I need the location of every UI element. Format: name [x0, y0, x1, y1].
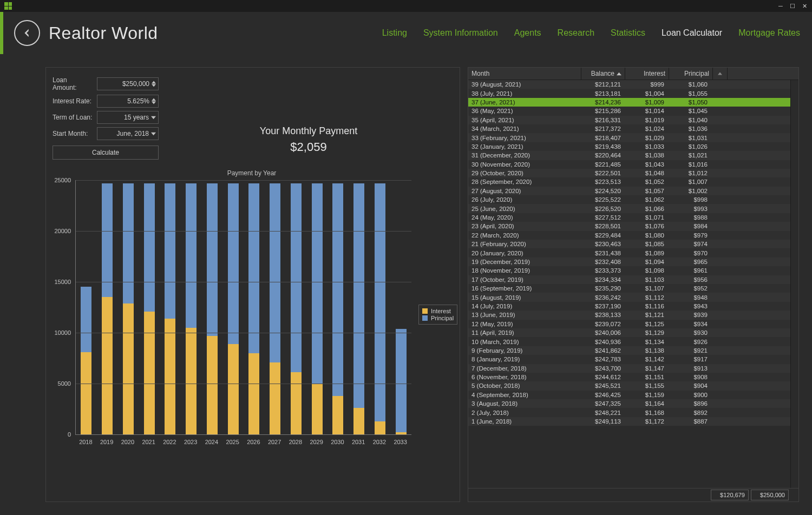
footer-interest-total: $120,679: [711, 490, 749, 500]
accent-bar: [0, 12, 3, 54]
table-row[interactable]: 38 (July, 2021)$213,181$1,004$1,055: [468, 89, 798, 97]
close-button[interactable]: ✕: [799, 2, 810, 10]
table-row[interactable]: 35 (April, 2021)$216,331$1,019$1,040: [468, 116, 798, 124]
cell-month: 3 (August, 2018): [468, 400, 581, 407]
table-row[interactable]: 14 (July, 2019)$237,190$1,116$943: [468, 302, 798, 311]
cell-balance: $242,783: [581, 356, 624, 362]
table-row[interactable]: 25 (June, 2020)$226,520$1,066$993: [468, 204, 798, 213]
th-month[interactable]: Month: [468, 68, 581, 80]
cell-principal: $1,007: [667, 179, 711, 185]
cell-principal: $965: [667, 259, 711, 265]
maximize-button[interactable]: ☐: [787, 2, 798, 10]
th-scroll[interactable]: [712, 68, 728, 80]
table-row[interactable]: 24 (May, 2020)$227,512$1,071$988: [468, 213, 798, 222]
tab-mortgage-rates[interactable]: Mortgage Rates: [738, 28, 800, 38]
table-row[interactable]: 4 (September, 2018)$246,425$1,159$900: [468, 391, 798, 399]
th-principal[interactable]: Principal: [669, 68, 712, 80]
table-row[interactable]: 6 (November, 2018)$244,612$1,151$908: [468, 373, 798, 381]
table-row[interactable]: 2 (July, 2018)$248,221$1,168$892: [468, 408, 798, 417]
table-row[interactable]: 1 (June, 2018)$249,113$1,172$887: [468, 417, 798, 426]
cell-interest: $1,155: [624, 382, 667, 389]
tab-agents[interactable]: Agents: [514, 28, 541, 38]
cell-principal: $939: [667, 312, 711, 318]
tab-statistics[interactable]: Statistics: [611, 28, 645, 38]
table-footer: $120,679 $250,000: [468, 488, 798, 501]
cell-balance: $218,407: [581, 135, 624, 141]
th-interest[interactable]: Interest: [625, 68, 669, 80]
bar-2026: [244, 180, 265, 434]
table-row[interactable]: 37 (June, 2021)$214,236$1,009$1,050: [468, 98, 798, 107]
table-row[interactable]: 22 (March, 2020)$229,484$1,080$979: [468, 231, 798, 240]
tab-loan-calculator[interactable]: Loan Calculator: [662, 28, 722, 38]
spinner-icon[interactable]: [152, 98, 156, 104]
cell-interest: $1,098: [624, 267, 667, 274]
table-body[interactable]: 39 (August, 2021)$212,121$999$1,06038 (J…: [468, 80, 798, 488]
cell-month: 31 (December, 2020): [468, 152, 581, 159]
table-row[interactable]: 31 (December, 2020)$220,464$1,038$1,021: [468, 151, 798, 160]
table-row[interactable]: 23 (April, 2020)$228,501$1,076$984: [468, 222, 798, 230]
table-row[interactable]: 34 (March, 2021)$217,372$1,024$1,036: [468, 124, 798, 133]
table-row[interactable]: 9 (February, 2019)$241,862$1,138$921: [468, 346, 798, 355]
table-row[interactable]: 16 (September, 2019)$235,290$1,107$952: [468, 284, 798, 293]
start-month-dropdown[interactable]: June, 2018: [97, 127, 159, 140]
table-row[interactable]: 3 (August, 2018)$247,325$1,164$896: [468, 399, 798, 408]
table-row[interactable]: 33 (February, 2021)$218,407$1,029$1,031: [468, 133, 798, 142]
cell-balance: $227,512: [581, 214, 624, 221]
cell-interest: $1,134: [624, 339, 667, 345]
table-row[interactable]: 21 (February, 2020)$230,463$1,085$974: [468, 240, 798, 248]
cell-month: 36 (May, 2021): [468, 108, 581, 114]
tab-system-information[interactable]: System Information: [423, 28, 498, 38]
cell-balance: $221,485: [581, 161, 624, 168]
cell-month: 26 (July, 2020): [468, 196, 581, 203]
table-row[interactable]: 17 (October, 2019)$234,334$1,103$956: [468, 275, 798, 284]
table-row[interactable]: 30 (November, 2020)$221,485$1,043$1,016: [468, 160, 798, 169]
loan-amount-input[interactable]: $250,000: [97, 77, 159, 90]
calculate-button[interactable]: Calculate: [53, 146, 159, 160]
cell-principal: $948: [667, 294, 711, 301]
cell-balance: $225,522: [581, 196, 624, 203]
cell-principal: $1,012: [667, 170, 711, 176]
tab-research[interactable]: Research: [558, 28, 594, 38]
table-row[interactable]: 18 (November, 2019)$233,373$1,098$961: [468, 266, 798, 275]
cell-interest: $1,085: [624, 241, 667, 247]
table-row[interactable]: 32 (January, 2021)$219,438$1,033$1,026: [468, 142, 798, 151]
interest-rate-input[interactable]: 5.625%: [97, 95, 159, 108]
cell-balance: $236,242: [581, 294, 624, 301]
spinner-icon[interactable]: [152, 81, 156, 87]
cell-principal: $1,026: [667, 143, 711, 150]
loan-amount-label: Loan Amount:: [53, 76, 93, 91]
cell-interest: $1,071: [624, 214, 667, 221]
cell-month: 37 (June, 2021): [468, 99, 581, 105]
tab-listing[interactable]: Listing: [382, 28, 407, 38]
table-row[interactable]: 13 (June, 2019)$238,133$1,121$939: [468, 311, 798, 319]
table-row[interactable]: 7 (December, 2018)$243,700$1,147$913: [468, 364, 798, 373]
table-row[interactable]: 19 (December, 2019)$232,408$1,094$965: [468, 258, 798, 266]
cell-balance: $238,133: [581, 312, 624, 318]
bar-2025: [222, 180, 244, 434]
cell-month: 17 (October, 2019): [468, 276, 581, 283]
table-row[interactable]: 5 (October, 2018)$245,521$1,155$904: [468, 381, 798, 390]
term-dropdown[interactable]: 15 years: [97, 111, 159, 124]
table-header: Month Balance Interest Principal: [468, 68, 798, 80]
table-row[interactable]: 39 (August, 2021)$212,121$999$1,060: [468, 80, 798, 89]
table-row[interactable]: 8 (January, 2019)$242,783$1,142$917: [468, 355, 798, 364]
footer-principal-total: $250,000: [751, 490, 789, 500]
table-row[interactable]: 20 (January, 2020)$231,438$1,089$970: [468, 248, 798, 257]
table-row[interactable]: 15 (August, 2019)$236,242$1,112$948: [468, 293, 798, 301]
cell-balance: $235,290: [581, 285, 624, 292]
back-button[interactable]: [14, 20, 40, 46]
th-balance[interactable]: Balance: [581, 68, 625, 80]
table-row[interactable]: 29 (October, 2020)$222,501$1,048$1,012: [468, 169, 798, 177]
bar-2023: [181, 180, 202, 434]
table-row[interactable]: 11 (April, 2019)$240,006$1,129$930: [468, 328, 798, 337]
scrollbar[interactable]: [790, 80, 798, 488]
table-row[interactable]: 10 (March, 2019)$240,936$1,134$926: [468, 337, 798, 346]
table-row[interactable]: 36 (May, 2021)$215,286$1,014$1,045: [468, 107, 798, 115]
table-row[interactable]: 26 (July, 2020)$225,522$1,062$998: [468, 195, 798, 204]
chart-title: Payment by Year: [53, 169, 451, 177]
cell-balance: $229,484: [581, 232, 624, 239]
table-row[interactable]: 12 (May, 2019)$239,072$1,125$934: [468, 320, 798, 328]
table-row[interactable]: 28 (September, 2020)$223,513$1,052$1,007: [468, 177, 798, 186]
table-row[interactable]: 27 (August, 2020)$224,520$1,057$1,002: [468, 187, 798, 195]
minimize-button[interactable]: ─: [775, 2, 786, 10]
